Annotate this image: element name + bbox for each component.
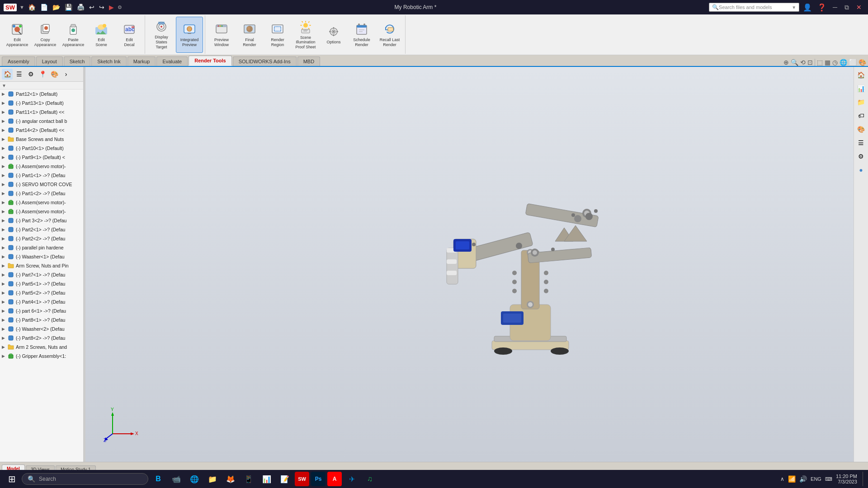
options-button[interactable]: Options xyxy=(320,17,347,53)
tree-item-waasher1[interactable]: ▶ (-) Waasher<1> (Defau xyxy=(0,252,83,261)
home-icon[interactable]: 🏠 xyxy=(27,3,37,12)
redo-icon[interactable]: ↪ xyxy=(98,3,105,12)
taskbar-lang[interactable]: ENG xyxy=(811,476,821,482)
preview-window-button[interactable]: PreviewWindow xyxy=(208,17,235,53)
taskbar-edge[interactable]: 🌐 xyxy=(186,471,203,487)
tree-item-part2b[interactable]: ▶ (-) Part2<2> ->? (Defau xyxy=(0,234,83,243)
panel-icon-location[interactable]: 📍 xyxy=(37,69,48,80)
right-icon-folder[interactable]: 📁 xyxy=(855,96,868,108)
restore-btn[interactable]: ⧉ xyxy=(842,3,852,12)
tree-item-part8b[interactable]: ▶ (-) Part8<2> ->? (Defau xyxy=(0,333,83,343)
tree-item-part5a[interactable]: ▶ (-) Part5<1> ->? (Defau xyxy=(0,279,83,288)
tree-item-part1b[interactable]: ▶ (-) Part1<2> ->? (Defau xyxy=(0,189,83,198)
view-icon-1[interactable]: ⊕ xyxy=(783,59,789,66)
tab-layout[interactable]: Layout xyxy=(36,56,63,66)
view-icon-8[interactable]: 🌐 xyxy=(840,59,847,66)
view-icon-7[interactable]: ◷ xyxy=(832,59,838,66)
taskbar-system-tray[interactable]: ∧ xyxy=(780,476,784,482)
tree-item-waasher2[interactable]: ▶ (-) Waasher<2> (Defau xyxy=(0,324,83,333)
taskbar-acrobat[interactable]: A xyxy=(327,472,342,486)
taskbar-search-box[interactable]: 🔍 Search xyxy=(22,473,148,485)
tree-item-arm2-screws[interactable]: ▶ Arm 2 Screws, Nuts and xyxy=(0,343,83,352)
tab-markup[interactable]: Markup xyxy=(127,56,156,66)
tree-item-gripper[interactable]: ▶ (-) Gripper Assembly<1: xyxy=(0,352,83,361)
save-icon[interactable]: 💾 xyxy=(64,3,73,12)
taskbar-files[interactable]: 📁 xyxy=(204,471,221,487)
3d-viewport[interactable]: X Y Z xyxy=(85,67,854,462)
taskbar-firefox[interactable]: 🦊 xyxy=(222,471,239,487)
tree-item-part7[interactable]: ▶ (-) Part7<1> ->? (Defau xyxy=(0,270,83,279)
edit-decal-button[interactable]: abc EditDecal xyxy=(116,17,143,53)
paste-appearance-button[interactable]: PasteAppearance xyxy=(60,17,87,53)
taskbar-show-desktop[interactable] xyxy=(863,472,864,486)
tree-item-part2a[interactable]: ▶ (-) Part2<1> ->? (Defau xyxy=(0,225,83,234)
tree-item-angular[interactable]: ▶ (-) angular contact ball b xyxy=(0,117,83,126)
tree-item-arm-screw[interactable]: ▶ Arm Screw, Nuts and Pin xyxy=(0,261,83,270)
schedule-render-button[interactable]: ScheduleRender xyxy=(348,17,375,53)
view-icon-10[interactable]: 🎨 xyxy=(859,59,866,66)
taskbar-network[interactable]: 📶 xyxy=(788,475,796,483)
tree-item-part12[interactable]: ▶ Part12<1> (Default) xyxy=(0,89,83,99)
render-region-button[interactable]: RenderRegion xyxy=(264,17,291,53)
tree-item-part9[interactable]: ▶ (-) Part9<1> (Default) < xyxy=(0,153,83,162)
tree-item-part13[interactable]: ▶ (-) Part13<1> (Default) xyxy=(0,99,83,108)
tree-item-part11[interactable]: ▶ Part11<1> (Default) << xyxy=(0,108,83,117)
right-icon-color[interactable]: ● xyxy=(855,164,868,176)
taskbar-telegram[interactable]: ✈ xyxy=(344,471,360,487)
panel-icon-home[interactable]: 🏠 xyxy=(2,69,13,80)
taskbar-spotify[interactable]: ♫ xyxy=(362,471,378,487)
tree-item-part3[interactable]: ▶ (-) Part 3<2> ->? (Defau xyxy=(0,216,83,225)
tree-item-part10[interactable]: ▶ (-) Part10<1> (Default) xyxy=(0,144,83,153)
tree-item-servo2[interactable]: ▶ (-) Assem(servo motor)- xyxy=(0,198,83,207)
print-icon[interactable]: 🖨️ xyxy=(76,3,85,12)
rebuild-icon[interactable]: ▶ xyxy=(108,3,115,12)
view-icon-5[interactable]: ⬚ xyxy=(817,59,823,66)
view-icon-4[interactable]: ⊡ xyxy=(807,59,813,66)
close-btn[interactable]: ✕ xyxy=(854,3,864,12)
tree-item-part4[interactable]: ▶ (-) Part4<1> ->? (Defau xyxy=(0,297,83,306)
taskbar-keyboard[interactable]: ⌨ xyxy=(825,476,832,482)
tree-item-part5b[interactable]: ▶ (-) Part5<2> ->? (Defau xyxy=(0,288,83,297)
help-icon[interactable]: ❓ xyxy=(816,1,828,14)
tree-item-base-screws[interactable]: ▶ Base Screws and Nuts xyxy=(0,135,83,144)
tree-item-part8a[interactable]: ▶ (-) Part8<1> ->? (Defau xyxy=(0,315,83,324)
open-icon[interactable]: 📂 xyxy=(52,3,61,12)
view-icon-6[interactable]: ▦ xyxy=(825,59,830,66)
view-icon-3[interactable]: ⟲ xyxy=(800,59,806,66)
taskbar-excel[interactable]: 📊 xyxy=(259,471,275,487)
tab-sketch-ink[interactable]: Sketch Ink xyxy=(91,56,126,66)
taskbar-solidworks[interactable]: SW xyxy=(295,472,309,486)
tab-sketch[interactable]: Sketch xyxy=(64,56,91,66)
taskbar-datetime[interactable]: 11:20 PM 7/3/2023 xyxy=(836,474,857,484)
right-icon-list[interactable]: ☰ xyxy=(855,136,868,149)
view-icon-2[interactable]: 🔍 xyxy=(791,59,798,66)
right-icon-scene[interactable]: 📊 xyxy=(855,82,868,95)
tree-item-part14[interactable]: ▶ Part14<2> (Default) << xyxy=(0,126,83,135)
tab-assembly[interactable]: Assembly xyxy=(2,56,35,66)
taskbar-meet[interactable]: 📹 xyxy=(168,471,184,487)
scene-illumination-button[interactable]: Scene IlluminationProof Sheet xyxy=(292,17,319,53)
panel-icon-chevron[interactable]: › xyxy=(61,69,71,80)
panel-icon-palette[interactable]: 🎨 xyxy=(49,69,60,80)
right-icon-tag[interactable]: 🏷 xyxy=(855,109,868,122)
tree-item-servo-cov[interactable]: ▶ (-) SERVO MOTOR COVE xyxy=(0,180,83,189)
undo-icon[interactable]: ↩ xyxy=(88,3,95,12)
tab-render-tools[interactable]: Render Tools xyxy=(189,56,231,66)
taskbar-photoshop[interactable]: Ps xyxy=(311,472,326,486)
final-render-button[interactable]: FinalRender xyxy=(236,17,263,53)
edit-appearance-button[interactable]: Edit Appearance xyxy=(4,17,31,53)
taskbar-word[interactable]: 📝 xyxy=(277,471,293,487)
taskbar-phone[interactable]: 📱 xyxy=(241,471,257,487)
new-icon[interactable]: 📄 xyxy=(39,3,49,12)
title-bar-menu-btn[interactable]: ▼ xyxy=(19,5,24,10)
panel-icon-config[interactable]: ⚙ xyxy=(25,69,36,80)
tree-item-servo3[interactable]: ▶ (-) Assem(servo motor)- xyxy=(0,207,83,216)
right-icon-appearance[interactable]: 🏠 xyxy=(855,69,868,81)
windows-start-button[interactable]: ⊞ xyxy=(4,471,20,487)
view-icon-9[interactable]: ⬜ xyxy=(849,59,857,66)
display-states-target-button[interactable]: Display StatesTarget xyxy=(148,17,175,53)
recall-last-render-button[interactable]: Recall LastRender xyxy=(376,17,403,53)
edit-scene-button[interactable]: EditScene xyxy=(88,17,115,53)
title-search-box[interactable]: 🔍 Search files and models ▼ xyxy=(709,3,799,12)
tree-item-parallel[interactable]: ▶ (-) parallel pin hardene xyxy=(0,243,83,252)
